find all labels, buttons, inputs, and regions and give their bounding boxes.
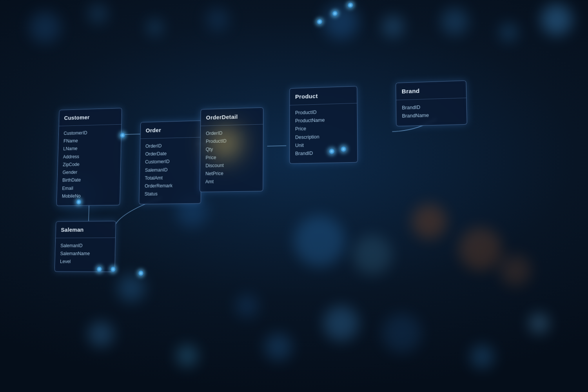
- field-row: OrderID: [145, 141, 196, 150]
- brand-table: Brand BrandIDBrandName: [396, 80, 467, 127]
- brand-table-header: Brand: [396, 81, 466, 100]
- field-row: NetPrice: [205, 169, 258, 178]
- order-table-fields: OrderIDOrderDateCustomerIDSalemanIDTotal…: [139, 137, 201, 204]
- dot-customer-order: [120, 132, 125, 138]
- dot-top3: [348, 2, 353, 8]
- product-table-header: Product: [290, 86, 357, 105]
- field-row: Amt: [205, 177, 258, 186]
- product-table: Product ProductIDProductNamePriceDescrip…: [289, 86, 358, 164]
- field-row: SalemanName: [60, 250, 110, 258]
- saleman-table: Saleman SalemanIDSalemanNameLevel: [54, 221, 116, 272]
- dot-product-top2: [332, 11, 338, 16]
- field-row: Email: [62, 184, 115, 192]
- field-row: MobileNo: [62, 192, 115, 200]
- field-row: OrderRemark: [145, 181, 196, 190]
- field-row: Gender: [62, 168, 115, 177]
- saleman-table-fields: SalemanIDSalemanNameLevel: [55, 238, 115, 272]
- field-row: BirthDate: [62, 176, 115, 184]
- product-table-fields: ProductIDProductNamePriceDescriptionUnit…: [290, 103, 358, 163]
- field-row: ZipCode: [63, 160, 116, 169]
- erd-canvas: Customer CustomerIDFNameLNameAddressZipC…: [12, 0, 588, 392]
- customer-table-fields: CustomerIDFNameLNameAddressZipCodeGender…: [57, 124, 122, 205]
- dot-product-top1: [317, 19, 322, 24]
- customer-table-header: Customer: [59, 108, 122, 126]
- field-row: SalemanID: [145, 165, 196, 174]
- customer-table: Customer CustomerIDFNameLNameAddressZipC…: [56, 108, 122, 206]
- field-row: TotalAmt: [145, 173, 196, 182]
- field-row: OrderDate: [145, 149, 196, 158]
- order-table-header: Order: [140, 121, 201, 139]
- dot-order-bottom: [138, 270, 143, 276]
- field-row: CustomerID: [145, 157, 196, 166]
- field-row: Address: [63, 152, 116, 161]
- field-row: Status: [145, 190, 196, 198]
- field-row: BrandName: [402, 111, 461, 120]
- brand-table-fields: BrandIDBrandName: [396, 98, 467, 126]
- saleman-table-header: Saleman: [56, 221, 116, 238]
- dot-saleman-bottom2: [111, 267, 116, 272]
- order-table: Order OrderIDOrderDateCustomerIDSalemanI…: [139, 120, 202, 204]
- field-row: SalemanID: [60, 242, 110, 250]
- field-row: Level: [60, 258, 110, 266]
